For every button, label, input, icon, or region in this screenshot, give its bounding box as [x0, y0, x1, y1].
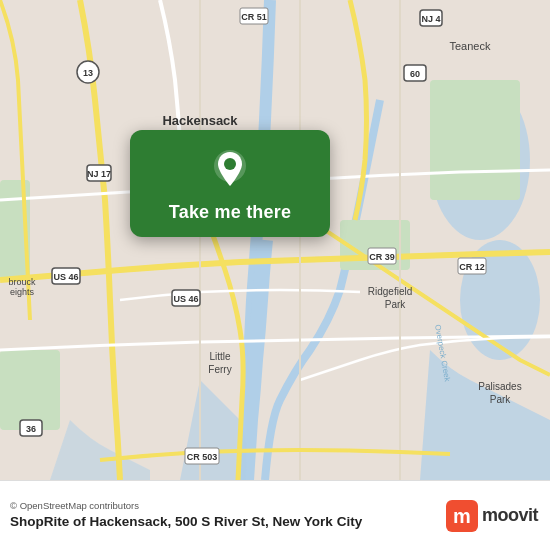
- moovit-text: moovit: [482, 505, 538, 526]
- svg-text:Palisades: Palisades: [478, 381, 521, 392]
- svg-text:NJ 4: NJ 4: [421, 14, 440, 24]
- svg-text:Teaneck: Teaneck: [450, 40, 491, 52]
- osm-attribution: © OpenStreetMap contributors: [10, 500, 446, 511]
- svg-rect-6: [0, 350, 60, 430]
- svg-text:Little: Little: [209, 351, 231, 362]
- svg-text:13: 13: [83, 68, 93, 78]
- location-pin-icon: [208, 148, 252, 192]
- map-container: CR 51 NJ 17 US 46 US 46 NJ 4 60 CR 39 CR…: [0, 0, 550, 480]
- moovit-icon: m: [446, 500, 478, 532]
- svg-text:36: 36: [26, 424, 36, 434]
- svg-text:Ridgefield: Ridgefield: [368, 286, 412, 297]
- svg-text:brouck: brouck: [8, 277, 36, 287]
- svg-text:NJ 17: NJ 17: [87, 169, 111, 179]
- location-name: ShopRite of Hackensack, 500 S River St, …: [10, 513, 446, 531]
- svg-text:CR 39: CR 39: [369, 252, 395, 262]
- cta-card[interactable]: Take me there: [130, 130, 330, 237]
- svg-text:eights: eights: [10, 287, 35, 297]
- svg-text:60: 60: [410, 69, 420, 79]
- svg-rect-4: [430, 80, 520, 200]
- moovit-logo[interactable]: m moovit: [446, 500, 538, 532]
- bottom-bar: © OpenStreetMap contributors ShopRite of…: [0, 480, 550, 550]
- svg-text:Park: Park: [385, 299, 407, 310]
- cta-button-label: Take me there: [169, 202, 291, 223]
- svg-text:CR 51: CR 51: [241, 12, 267, 22]
- svg-point-41: [224, 158, 236, 170]
- bottom-left: © OpenStreetMap contributors ShopRite of…: [10, 500, 446, 531]
- svg-text:Park: Park: [490, 394, 512, 405]
- svg-text:Ferry: Ferry: [208, 364, 231, 375]
- svg-text:US 46: US 46: [53, 272, 78, 282]
- svg-text:US 46: US 46: [173, 294, 198, 304]
- svg-text:CR 503: CR 503: [187, 452, 218, 462]
- svg-text:m: m: [453, 505, 471, 527]
- svg-text:Hackensack: Hackensack: [162, 113, 238, 128]
- map-svg: CR 51 NJ 17 US 46 US 46 NJ 4 60 CR 39 CR…: [0, 0, 550, 480]
- svg-text:CR 12: CR 12: [459, 262, 485, 272]
